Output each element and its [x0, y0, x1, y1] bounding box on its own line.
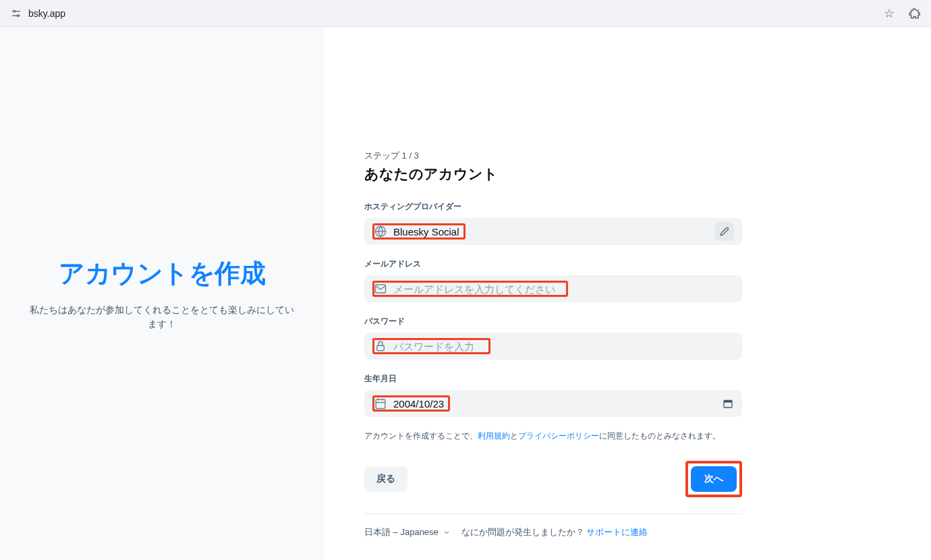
form-footer: 日本語 – Japanese なにか問題が発生しましたか？ サポートに連絡	[364, 526, 742, 538]
email-input[interactable]	[393, 283, 562, 295]
password-field[interactable]	[364, 333, 742, 360]
password-label: パスワード	[364, 316, 742, 327]
svg-rect-10	[376, 399, 385, 409]
hosting-value: Bluesky Social	[393, 226, 459, 237]
birthdate-label: 生年月日	[364, 373, 742, 385]
step-indicator: ステップ 1 / 3	[364, 150, 742, 162]
browser-address-bar: bsky.app ☆	[0, 0, 931, 27]
support-link[interactable]: サポートに連絡	[586, 527, 648, 537]
next-button[interactable]: 次へ	[691, 466, 737, 492]
tos-link[interactable]: 利用規約	[478, 431, 510, 441]
birthdate-value: 2004/10/23	[393, 398, 444, 410]
svg-rect-15	[724, 400, 732, 402]
hosting-label: ホスティングプロバイダー	[364, 201, 742, 213]
hosting-provider-field[interactable]: Bluesky Social	[364, 218, 742, 245]
url-area[interactable]: bsky.app	[11, 8, 876, 19]
divider	[364, 513, 742, 514]
terms-text: アカウントを作成することで、利用規約とプライバシーポリシーに同意したものとみなさ…	[364, 430, 742, 442]
language-label: 日本語 – Japanese	[364, 526, 439, 538]
birthdate-field[interactable]: 2004/10/23	[364, 390, 742, 417]
url-text: bsky.app	[28, 8, 65, 19]
mail-icon	[374, 283, 387, 295]
svg-point-0	[13, 10, 16, 12]
svg-point-3	[17, 15, 19, 17]
hero-subtitle: 私たちはあなたが参加してくれることをとても楽しみにしています！	[27, 303, 297, 331]
bookmark-star-icon[interactable]: ☆	[884, 6, 895, 21]
lock-icon	[374, 340, 387, 352]
svg-rect-9	[377, 345, 385, 351]
extensions-icon[interactable]	[908, 7, 920, 20]
back-button[interactable]: 戻る	[364, 466, 407, 492]
hero-title: アカウントを作成	[59, 256, 265, 291]
support-prompt: なにか問題が発生しましたか？	[461, 527, 584, 537]
calendar-picker-button[interactable]	[722, 397, 734, 410]
form-heading: あなたのアカウント	[364, 165, 742, 184]
site-settings-icon[interactable]	[11, 8, 22, 19]
language-selector[interactable]: 日本語 – Japanese	[364, 526, 451, 538]
edit-hosting-button[interactable]	[715, 222, 734, 241]
globe-icon	[374, 225, 387, 237]
left-hero-panel: アカウントを作成 私たちはあなたが参加してくれることをとても楽しみにしています！	[0, 27, 324, 560]
email-field[interactable]	[364, 275, 742, 302]
privacy-link[interactable]: プライバシーポリシー	[518, 431, 599, 441]
chevron-down-icon	[443, 528, 451, 536]
password-input[interactable]	[393, 341, 484, 352]
signup-form-panel: ステップ 1 / 3 あなたのアカウント ホスティングプロバイダー Bluesk…	[324, 27, 931, 560]
email-label: メールアドレス	[364, 258, 742, 270]
date-icon	[374, 397, 387, 410]
